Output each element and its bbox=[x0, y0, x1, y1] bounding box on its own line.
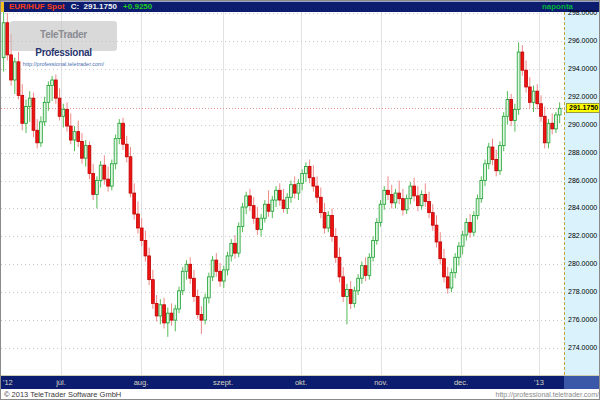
watermark-url: http://professional.teletrader.com/ bbox=[10, 61, 117, 67]
y-axis-tick: 282.0000 bbox=[568, 232, 597, 240]
x-axis-label: aug. bbox=[134, 378, 149, 387]
candle bbox=[316, 186, 319, 197]
candle bbox=[450, 273, 453, 288]
candle bbox=[51, 80, 54, 86]
price-change: +0.9250 bbox=[123, 2, 152, 11]
last-price-label: C: bbox=[71, 2, 79, 11]
candle bbox=[260, 218, 263, 229]
candle bbox=[211, 260, 214, 277]
candle bbox=[521, 52, 524, 70]
y-axis-tick: 276.0000 bbox=[568, 316, 597, 324]
candle bbox=[99, 165, 102, 180]
candle bbox=[249, 196, 252, 206]
candle bbox=[513, 109, 516, 120]
candle bbox=[204, 298, 207, 320]
candle bbox=[525, 70, 528, 87]
candle bbox=[6, 23, 9, 55]
candle bbox=[349, 289, 352, 303]
candle bbox=[301, 174, 304, 184]
candle bbox=[446, 277, 449, 288]
candle bbox=[472, 215, 475, 232]
candle bbox=[499, 146, 502, 171]
candle bbox=[234, 243, 237, 253]
chart-region: TeleTrader Professional http://professio… bbox=[1, 12, 600, 375]
y-axis-tick: 294.0000 bbox=[568, 65, 597, 73]
candle bbox=[480, 181, 483, 199]
candle bbox=[372, 241, 375, 258]
candle bbox=[219, 271, 222, 281]
x-axis-label: dec. bbox=[454, 378, 468, 387]
candle bbox=[416, 196, 419, 206]
candle bbox=[476, 199, 479, 216]
candle bbox=[517, 52, 520, 109]
candle bbox=[364, 266, 367, 276]
candle bbox=[424, 194, 427, 201]
candle bbox=[207, 277, 210, 298]
candle bbox=[178, 291, 181, 309]
candle bbox=[308, 167, 311, 178]
candle bbox=[290, 185, 293, 198]
candle bbox=[155, 303, 158, 316]
candle bbox=[375, 222, 378, 240]
candle bbox=[144, 241, 147, 256]
candle bbox=[495, 160, 498, 171]
candle bbox=[189, 264, 192, 278]
candle bbox=[185, 264, 188, 271]
candle bbox=[360, 266, 363, 279]
candle bbox=[118, 123, 121, 138]
footer: © 2013 TeleTrader Software GmbH http://p… bbox=[1, 389, 600, 400]
candle bbox=[346, 289, 349, 296]
candle bbox=[43, 102, 46, 122]
candle bbox=[555, 115, 558, 129]
watermark-brand: TeleTrader Professional bbox=[10, 24, 117, 60]
candle bbox=[428, 201, 431, 212]
price-axis[interactable]: 298.0000296.0000294.0000292.0000290.0000… bbox=[564, 12, 600, 375]
candle bbox=[357, 278, 360, 291]
candle bbox=[58, 98, 61, 116]
candle bbox=[394, 193, 397, 203]
candle bbox=[327, 215, 330, 228]
candle bbox=[252, 206, 255, 219]
candle bbox=[454, 257, 457, 272]
candle bbox=[40, 122, 43, 143]
chart-window: EUR/HUF Spot C: 291.1750 +0.9250 naponta… bbox=[0, 0, 600, 400]
candle bbox=[2, 23, 5, 58]
candle bbox=[383, 190, 386, 204]
candle bbox=[114, 139, 117, 164]
candle bbox=[510, 100, 513, 121]
candle bbox=[342, 277, 345, 297]
candle bbox=[398, 193, 401, 199]
y-axis-tick: 288.0000 bbox=[568, 149, 597, 157]
candle bbox=[443, 259, 446, 277]
candle bbox=[69, 126, 72, 140]
candle bbox=[129, 157, 132, 193]
watermark: TeleTrader Professional http://professio… bbox=[10, 21, 117, 51]
candle bbox=[487, 147, 490, 164]
candle bbox=[133, 193, 136, 214]
x-axis-label: júl. bbox=[56, 378, 66, 387]
candle bbox=[62, 109, 65, 116]
candle bbox=[319, 197, 322, 212]
y-axis-tick: 278.0000 bbox=[568, 288, 597, 296]
y-axis-tick: 298.0000 bbox=[568, 9, 597, 17]
y-axis-tick: 286.0000 bbox=[568, 177, 597, 185]
axis-corner-block bbox=[564, 376, 600, 390]
candle bbox=[558, 108, 561, 115]
candle bbox=[230, 243, 233, 256]
candle bbox=[174, 309, 177, 320]
x-axis-label: nov. bbox=[374, 378, 388, 387]
candle bbox=[502, 116, 505, 145]
candle bbox=[96, 181, 99, 195]
candle bbox=[420, 194, 423, 205]
candle bbox=[222, 270, 225, 281]
candle bbox=[170, 313, 173, 320]
candle bbox=[528, 87, 531, 102]
candle bbox=[21, 95, 24, 123]
y-axis-tick: 290.0000 bbox=[568, 121, 597, 129]
y-axis-tick: 284.0000 bbox=[568, 204, 597, 212]
candle bbox=[92, 174, 95, 195]
current-price-tag: 291.1750 bbox=[566, 103, 600, 113]
date-axis[interactable]: '12júl.aug.szept.okt.nov.dec.'13 bbox=[1, 375, 600, 389]
candle bbox=[25, 107, 28, 124]
candle bbox=[409, 186, 412, 199]
